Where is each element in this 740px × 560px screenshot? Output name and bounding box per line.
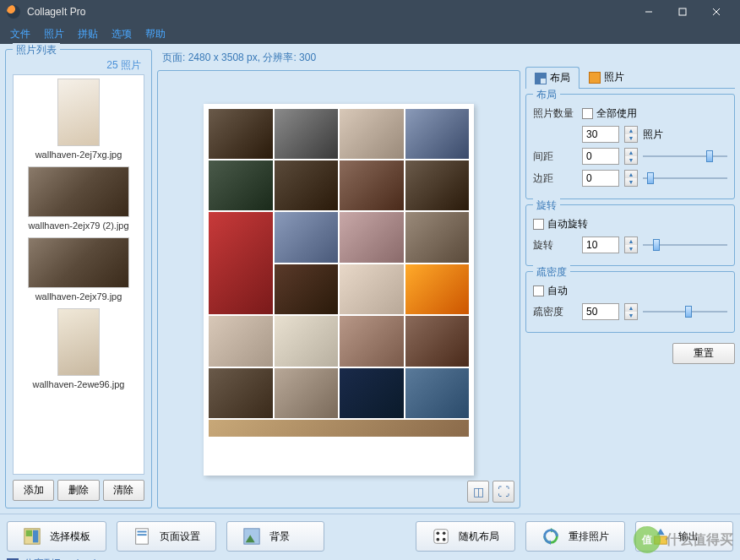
svg-rect-1 bbox=[679, 8, 686, 15]
photo-icon bbox=[589, 72, 601, 84]
list-item[interactable]: wallhaven-2ejx79.jpg bbox=[17, 237, 140, 302]
template-icon bbox=[23, 527, 41, 546]
svg-rect-19 bbox=[655, 536, 667, 544]
fit-tool-button[interactable]: ⛶ bbox=[492, 481, 514, 503]
list-item[interactable]: wallhaven-2ej7xg.jpg bbox=[17, 79, 140, 160]
margin-input[interactable] bbox=[582, 170, 619, 187]
layout-group: 布局 照片数量 全部使用 ▲▼ 照片 间距 ▲▼ 边距 ▲▼ bbox=[525, 94, 735, 199]
thumbnail-image bbox=[28, 237, 129, 288]
spacing-label: 间距 bbox=[533, 150, 577, 164]
menu-help[interactable]: 帮助 bbox=[145, 27, 166, 41]
delete-button[interactable]: 删除 bbox=[57, 480, 99, 501]
svg-rect-9 bbox=[138, 534, 147, 536]
tabs: 布局 照片 bbox=[525, 66, 735, 89]
svg-point-15 bbox=[437, 538, 440, 541]
svg-rect-8 bbox=[138, 531, 147, 533]
svg-rect-7 bbox=[136, 529, 149, 544]
margin-spinner[interactable]: ▲▼ bbox=[624, 170, 638, 187]
canvas-tools: ◫ ⛶ bbox=[467, 481, 514, 503]
photo-count-spinner[interactable]: ▲▼ bbox=[624, 126, 638, 143]
thumbnail-image bbox=[28, 166, 129, 217]
photo-count-input[interactable] bbox=[582, 126, 619, 143]
rotate-label: 旋转 bbox=[533, 238, 577, 253]
thumbnail-label: wallhaven-2ej7xg.jpg bbox=[17, 150, 140, 160]
svg-point-14 bbox=[443, 532, 446, 536]
template-button[interactable]: 选择模板 bbox=[7, 521, 106, 552]
background-button[interactable]: 背景 bbox=[226, 521, 324, 552]
thumbnail-label: wallhaven-2ejx79 (2).jpg bbox=[17, 220, 140, 231]
rotate-group: 旋转 自动旋转 旋转 ▲▼ bbox=[525, 204, 735, 266]
thumbnail-label: wallhaven-2ewe96.jpg bbox=[17, 379, 140, 389]
left-panel: 照片列表 25 照片 wallhaven-2ej7xg.jpg wallhave… bbox=[5, 49, 152, 508]
app-icon bbox=[7, 5, 20, 19]
svg-rect-6 bbox=[33, 530, 38, 543]
facebook-link[interactable]: f分享到Facebook bbox=[7, 557, 733, 560]
center-panel: 页面: 2480 x 3508 px, 分辨率: 300 ◫ ⛶ bbox=[157, 49, 520, 508]
page-setup-button[interactable]: 页面设置 bbox=[117, 521, 216, 552]
photo-list-title: 照片列表 bbox=[13, 43, 60, 57]
layout-icon bbox=[535, 73, 547, 84]
tab-layout[interactable]: 布局 bbox=[525, 67, 579, 89]
thumbnail-label: wallhaven-2ejx79.jpg bbox=[17, 291, 140, 302]
density-input[interactable] bbox=[582, 303, 619, 320]
export-icon bbox=[651, 527, 670, 546]
right-panel: 布局 照片 布局 照片数量 全部使用 ▲▼ 照片 间距 ▲▼ 边距 bbox=[525, 49, 735, 508]
rotate-slider[interactable] bbox=[643, 237, 727, 253]
margin-label: 边距 bbox=[533, 171, 577, 186]
titlebar: CollageIt Pro bbox=[0, 0, 740, 24]
svg-rect-12 bbox=[434, 530, 449, 544]
auto-density-checkbox[interactable]: 自动 bbox=[533, 284, 568, 298]
collage-canvas[interactable] bbox=[204, 104, 474, 476]
photo-count: 25 照片 bbox=[13, 57, 144, 74]
minimize-button[interactable] bbox=[632, 0, 666, 24]
use-all-checkbox[interactable]: 全部使用 bbox=[582, 106, 637, 121]
close-button[interactable] bbox=[699, 0, 733, 24]
menu-photo[interactable]: 照片 bbox=[44, 27, 64, 41]
thumbnail-image bbox=[57, 308, 100, 376]
reset-button[interactable]: 重置 bbox=[672, 343, 735, 364]
spacing-spinner[interactable]: ▲▼ bbox=[624, 148, 638, 165]
thumbnail-image bbox=[57, 79, 100, 146]
dice-icon bbox=[432, 527, 450, 546]
canvas-container: ◫ ⛶ bbox=[157, 70, 520, 508]
page-icon bbox=[133, 527, 151, 546]
spacing-slider[interactable] bbox=[643, 149, 727, 164]
list-item[interactable]: wallhaven-2ewe96.jpg bbox=[17, 308, 140, 389]
margin-slider[interactable] bbox=[643, 171, 727, 186]
output-button[interactable]: 输出 bbox=[635, 521, 733, 552]
density-group: 疏密度 自动 疏密度 ▲▼ bbox=[525, 271, 735, 333]
photo-list-buttons: 添加 删除 清除 bbox=[13, 480, 144, 501]
maximize-button[interactable] bbox=[666, 0, 699, 24]
rotate-input[interactable] bbox=[582, 237, 619, 253]
svg-rect-5 bbox=[26, 530, 32, 536]
main-area: 照片列表 25 照片 wallhaven-2ej7xg.jpg wallhave… bbox=[0, 44, 740, 514]
crop-tool-button[interactable]: ◫ bbox=[467, 481, 489, 503]
density-spinner[interactable]: ▲▼ bbox=[624, 303, 638, 320]
tab-photo[interactable]: 照片 bbox=[579, 66, 634, 88]
svg-marker-20 bbox=[656, 529, 664, 535]
bottom-bar: 选择模板 页面设置 背景 随机布局 重排照片 输出 f分享到Facebook 值… bbox=[0, 514, 740, 560]
spacing-input[interactable] bbox=[582, 148, 619, 165]
menu-options[interactable]: 选项 bbox=[112, 27, 132, 41]
page-info: 页面: 2480 x 3508 px, 分辨率: 300 bbox=[157, 49, 520, 70]
svg-point-16 bbox=[443, 538, 446, 541]
svg-point-13 bbox=[437, 532, 440, 536]
app-title: CollageIt Pro bbox=[27, 6, 632, 18]
list-item[interactable]: wallhaven-2ejx79 (2).jpg bbox=[17, 166, 140, 231]
clear-button[interactable]: 清除 bbox=[103, 480, 144, 501]
menubar: 文件 照片 拼贴 选项 帮助 bbox=[0, 24, 740, 44]
thumbnail-list[interactable]: wallhaven-2ej7xg.jpg wallhaven-2ejx79 (2… bbox=[13, 74, 144, 475]
refresh-icon bbox=[541, 527, 560, 546]
density-slider[interactable] bbox=[643, 304, 727, 319]
density-label: 疏密度 bbox=[533, 305, 577, 319]
background-icon bbox=[242, 527, 261, 546]
auto-rotate-checkbox[interactable]: 自动旋转 bbox=[533, 217, 588, 231]
menu-file[interactable]: 文件 bbox=[10, 27, 30, 41]
rotate-spinner[interactable]: ▲▼ bbox=[624, 237, 638, 253]
photo-list-group: 照片列表 25 照片 wallhaven-2ej7xg.jpg wallhave… bbox=[5, 49, 152, 508]
rearrange-button[interactable]: 重排照片 bbox=[525, 521, 625, 552]
add-button[interactable]: 添加 bbox=[13, 480, 54, 501]
menu-collage[interactable]: 拼贴 bbox=[78, 27, 98, 41]
random-layout-button[interactable]: 随机布局 bbox=[416, 521, 515, 552]
photo-count-label: 照片数量 bbox=[533, 106, 577, 121]
